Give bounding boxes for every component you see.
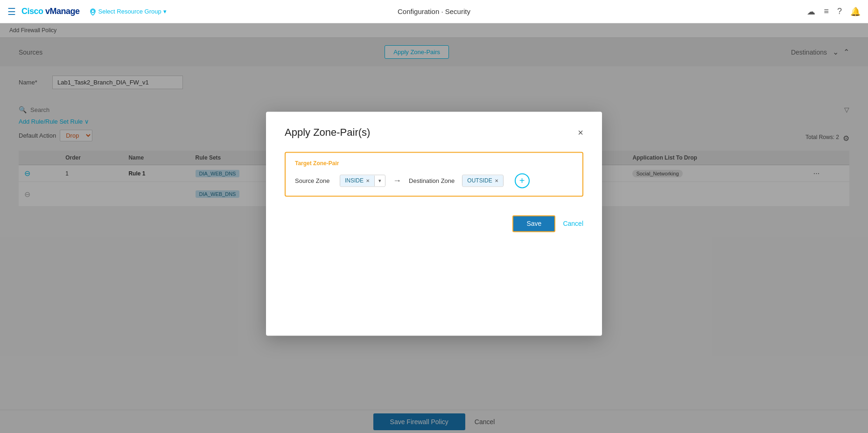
- apply-zone-pairs-modal: Apply Zone-Pair(s) × Target Zone-Pair So…: [266, 112, 602, 335]
- brand-logo: Cisco vManage: [21, 7, 80, 16]
- destination-zone-tag: OUTSIDE ✕: [462, 175, 503, 186]
- source-zone-chevron-icon[interactable]: ▾: [374, 175, 385, 186]
- background-page: Add Firewall Policy Sources Apply Zone-P…: [0, 23, 868, 433]
- brand-vmanage: vManage: [43, 7, 80, 16]
- source-zone-label: Source Zone: [295, 177, 332, 184]
- help-icon[interactable]: ?: [837, 7, 842, 16]
- cancel-button[interactable]: Cancel: [563, 220, 583, 227]
- resource-group-selector[interactable]: Select Resource Group ▾: [89, 8, 167, 15]
- add-zone-pair-button[interactable]: +: [515, 173, 530, 188]
- modal-header: Apply Zone-Pair(s) ×: [285, 126, 583, 139]
- destination-zone-value: OUTSIDE: [467, 177, 492, 184]
- page-title: Configuration · Security: [398, 7, 470, 15]
- bell-icon[interactable]: 🔔: [850, 7, 861, 17]
- save-button[interactable]: Save: [512, 215, 555, 232]
- source-zone-value: INSIDE: [345, 177, 364, 184]
- destination-zone-label: Destination Zone: [409, 177, 455, 184]
- arrow-icon: →: [393, 176, 401, 186]
- resource-chevron-icon: ▾: [163, 8, 167, 15]
- cloud-icon[interactable]: ☁: [807, 7, 815, 17]
- source-zone-tag: INSIDE ✕: [340, 175, 374, 186]
- menu-icon[interactable]: ≡: [824, 7, 829, 16]
- svg-point-0: [91, 10, 94, 13]
- destination-zone-dropdown[interactable]: OUTSIDE ✕: [462, 175, 503, 187]
- hamburger-icon[interactable]: ☰: [7, 6, 16, 17]
- modal-close-button[interactable]: ×: [578, 127, 583, 138]
- zone-pair-label: Target Zone-Pair: [295, 160, 573, 167]
- modal-title: Apply Zone-Pair(s): [285, 126, 370, 139]
- resource-group-label: Select Resource Group: [98, 8, 161, 15]
- location-icon: [89, 8, 97, 15]
- zone-pair-row: Source Zone INSIDE ✕ ▾ → Destination Zon…: [295, 173, 573, 188]
- target-zone-pair-box: Target Zone-Pair Source Zone INSIDE ✕ ▾ …: [285, 152, 583, 196]
- top-navigation: ☰ Cisco vManage Select Resource Group ▾ …: [0, 0, 868, 23]
- source-zone-remove-icon[interactable]: ✕: [366, 178, 370, 183]
- destination-zone-remove-icon[interactable]: ✕: [495, 178, 498, 183]
- source-zone-dropdown[interactable]: INSIDE ✕ ▾: [340, 175, 385, 187]
- modal-footer: Save Cancel: [285, 215, 583, 232]
- nav-icon-group: ☁ ≡ ? 🔔: [807, 7, 861, 17]
- brand-cisco: Cisco: [21, 7, 43, 16]
